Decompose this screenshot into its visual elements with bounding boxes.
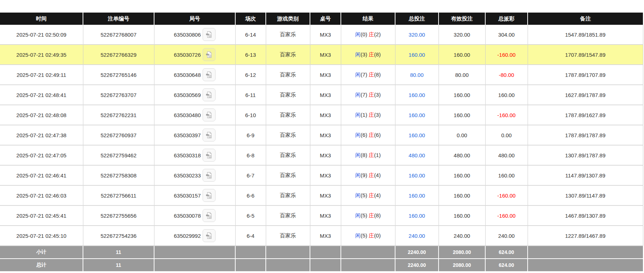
summary-label: 小计	[0, 246, 83, 259]
cell-valid-bet: 320.00	[439, 25, 485, 45]
cell-round-id: 635029992	[154, 226, 235, 246]
cell-result: 闲(3) 庄(8)	[341, 45, 395, 65]
cell-total-bet: 160.00	[395, 125, 439, 145]
cell-game-type: 百家乐	[266, 45, 310, 65]
player-result-label: 闲	[355, 31, 361, 37]
total-bet-link[interactable]: 240.00	[409, 233, 425, 239]
round-id-value: 635030480	[174, 112, 201, 118]
video-replay-button[interactable]	[203, 28, 216, 41]
round-id-group: 635030806	[156, 28, 234, 41]
video-replay-button[interactable]	[203, 68, 216, 81]
table-row: 2025-07-21 02:45:41522672755656635030078…	[0, 205, 643, 226]
video-replay-button[interactable]	[203, 149, 216, 162]
total-bet-link[interactable]: 160.00	[409, 52, 425, 58]
cell-remark: 1227.89/1467.89	[528, 226, 643, 246]
summary-empty-remark	[528, 246, 643, 259]
video-replay-icon	[205, 151, 213, 159]
banker-result-label: 庄	[369, 51, 374, 57]
video-replay-button[interactable]	[203, 169, 216, 182]
cell-table-no: MX3	[310, 105, 341, 125]
player-result-label: 闲	[355, 51, 361, 57]
banker-result-label: 庄	[369, 172, 374, 178]
cell-total-payout: -160.00	[485, 185, 528, 205]
cell-result: 闲(6) 庄(6)	[341, 125, 395, 145]
cell-round-id: 635030569	[154, 85, 235, 105]
column-header-table_no: 桌号	[310, 13, 341, 25]
cell-table-no: MX3	[310, 165, 341, 185]
cell-round-id: 635030078	[154, 205, 235, 226]
round-id-group: 635030233	[156, 169, 234, 182]
banker-result-score: (8)	[374, 51, 381, 57]
cell-session: 6-14	[235, 25, 266, 45]
cell-bet-id: 522672756611	[83, 185, 154, 205]
player-result-score: (5)	[361, 232, 367, 239]
total-bet-link[interactable]: 160.00	[409, 92, 425, 98]
cell-valid-bet: 160.00	[439, 105, 485, 125]
grand-total-row: 总计112240.002080.00624.00	[0, 259, 643, 272]
player-result-label: 闲	[355, 232, 361, 239]
video-replay-button[interactable]	[203, 189, 216, 202]
table-row: 2025-07-21 02:49:11522672765146635030648…	[0, 65, 643, 85]
summary-empty-table-no	[310, 246, 341, 259]
cell-game-type: 百家乐	[266, 185, 310, 205]
cell-session: 6-11	[235, 85, 266, 105]
cell-session: 6-7	[235, 165, 266, 185]
banker-result-label: 庄	[369, 152, 374, 158]
cell-bet-id: 522672766329	[83, 45, 154, 65]
player-result-label: 闲	[355, 92, 361, 98]
cell-bet-id: 522672763707	[83, 85, 154, 105]
cell-round-id: 635030726	[154, 45, 235, 65]
banker-result-score: (4)	[374, 172, 381, 178]
video-replay-button[interactable]	[203, 129, 216, 142]
video-replay-icon	[205, 191, 213, 199]
cell-valid-bet: 240.00	[439, 226, 485, 246]
cell-result: 闲(5) 庄(0)	[341, 226, 395, 246]
summary-empty-result	[341, 259, 395, 272]
total-bet-link[interactable]: 160.00	[409, 132, 425, 138]
cell-session: 6-9	[235, 125, 266, 145]
table-row: 2025-07-21 02:48:08522672762231635030480…	[0, 105, 643, 125]
cell-time: 2025-07-21 02:50:09	[0, 25, 83, 45]
total-bet-link[interactable]: 160.00	[409, 193, 425, 199]
video-replay-button[interactable]	[203, 108, 216, 121]
player-result-score: (7)	[361, 92, 367, 98]
cell-remark: 1707.89/1547.89	[528, 45, 643, 65]
cell-result: 闲(5) 庄(4)	[341, 185, 395, 205]
video-replay-icon	[205, 71, 213, 79]
video-replay-button[interactable]	[203, 88, 216, 101]
cell-result: 闲(5) 庄(8)	[341, 205, 395, 226]
cell-bet-id: 522672754236	[83, 226, 154, 246]
cell-remark: 1787.89/1787.89	[528, 125, 643, 145]
banker-result-score: (3)	[374, 92, 381, 98]
cell-time: 2025-07-21 02:45:41	[0, 205, 83, 226]
player-result-score: (0)	[361, 31, 367, 37]
round-id-group: 635030726	[156, 48, 234, 61]
cell-valid-bet: 160.00	[439, 85, 485, 105]
total-bet-link[interactable]: 160.00	[409, 172, 425, 179]
total-bet-link[interactable]: 160.00	[409, 112, 425, 118]
cell-remark: 1467.89/1307.89	[528, 205, 643, 226]
total-bet-link[interactable]: 480.00	[409, 152, 425, 158]
summary-count: 11	[83, 259, 154, 272]
total-bet-link[interactable]: 80.00	[410, 72, 424, 78]
cell-table-no: MX3	[310, 145, 341, 165]
video-replay-button[interactable]	[203, 229, 216, 242]
video-replay-icon	[205, 212, 213, 219]
cell-round-id: 635030806	[154, 25, 235, 45]
subtotal-row: 小计112240.002080.00624.00	[0, 246, 643, 259]
banker-result-label: 庄	[369, 71, 374, 78]
player-result-label: 闲	[355, 172, 361, 178]
cell-result: 闲(9) 庄(4)	[341, 165, 395, 185]
round-id-value: 635030726	[174, 52, 201, 58]
player-result-score: (8)	[361, 152, 367, 158]
cell-bet-id: 522672760937	[83, 125, 154, 145]
round-id-value: 635030233	[174, 172, 201, 179]
total-bet-link[interactable]: 320.00	[409, 32, 425, 38]
total-bet-link[interactable]: 160.00	[409, 213, 425, 219]
cell-remark: 1547.89/1851.89	[528, 25, 643, 45]
video-replay-button[interactable]	[203, 48, 216, 61]
video-replay-button[interactable]	[203, 209, 216, 222]
video-replay-icon	[205, 171, 213, 179]
cell-remark: 1627.89/1787.89	[528, 85, 643, 105]
cell-session: 6-5	[235, 205, 266, 226]
